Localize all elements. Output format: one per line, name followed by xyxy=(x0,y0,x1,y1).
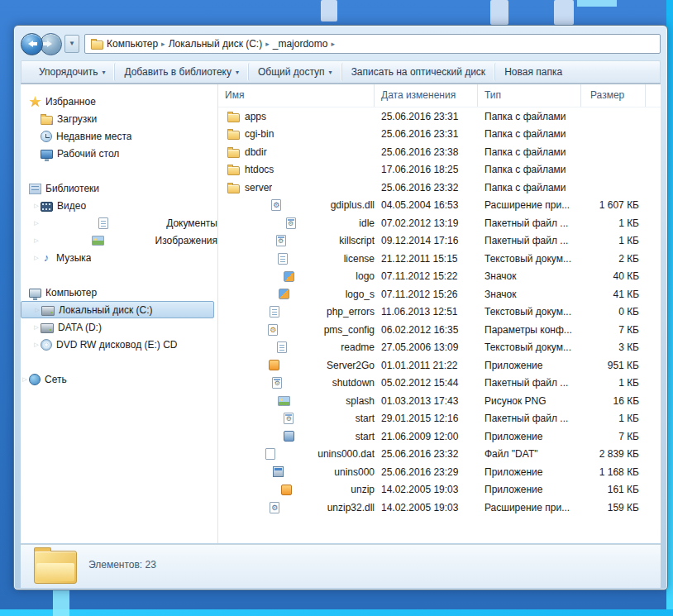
desktop-highlight xyxy=(577,0,617,7)
file-date: 25.06.2016 23:29 xyxy=(375,466,478,478)
folder-icon xyxy=(227,184,240,193)
expand-arrow-icon[interactable]: ▷ xyxy=(32,324,41,331)
expand-arrow-icon[interactable]: ▷ xyxy=(21,376,29,383)
forward-button[interactable] xyxy=(40,33,62,55)
toolbar-button[interactable]: Добавить в библиотеку▾ xyxy=(114,63,248,81)
file-row[interactable]: readme27.05.2006 13:09Текстовый докум...… xyxy=(218,339,661,357)
expand-arrow-icon[interactable]: ▷ xyxy=(32,341,41,348)
back-button[interactable] xyxy=(21,33,43,55)
file-row[interactable]: unins000.dat25.06.2016 23:32Файл "DAT"2 … xyxy=(218,446,661,464)
file-name-cell: splash xyxy=(218,394,375,408)
file-row[interactable]: logo07.11.2012 15:22Значок40 КБ xyxy=(218,268,661,286)
file-row[interactable]: logo_s07.11.2012 15:26Значок41 КБ xyxy=(218,285,661,303)
file-pane: ИмяДата измененияТипРазмер apps25.06.201… xyxy=(218,84,661,543)
file-date: 14.02.2005 19:03 xyxy=(375,502,478,513)
file-row[interactable]: dbdir25.06.2016 23:38Папка с файлами xyxy=(218,143,661,161)
file-name-cell: dbdir xyxy=(218,146,375,158)
file-type: Папка с файлами xyxy=(478,182,581,193)
recent-icon xyxy=(41,131,52,142)
expand-arrow-icon[interactable]: ▷ xyxy=(33,307,41,313)
file-date: 07.11.2012 15:22 xyxy=(375,270,478,282)
sidebar-item[interactable]: ▷Сеть xyxy=(21,370,217,388)
file-type: Папка с файлами xyxy=(478,111,581,122)
expand-arrow-icon[interactable]: ▷ xyxy=(32,220,41,227)
sidebar-item[interactable]: ▷DATA (D:) xyxy=(21,318,217,336)
breadcrumb-separator-icon[interactable]: ▸ xyxy=(158,40,169,48)
toolbar-button[interactable]: Записать на оптический диск xyxy=(341,63,495,81)
sidebar-item[interactable]: ▷Изображения xyxy=(21,232,217,249)
file-row[interactable]: cgi-bin25.06.2016 23:31Папка с файлами xyxy=(218,126,661,144)
breadcrumb-item[interactable]: Локальный диск (C:) xyxy=(169,38,263,50)
toolbar-button[interactable]: Общий доступ▾ xyxy=(248,63,341,81)
file-row[interactable]: killscript09.12.2014 17:16Пакетный файл … xyxy=(218,232,661,251)
expand-arrow-icon[interactable]: ▷ xyxy=(32,237,41,244)
file-row[interactable]: start21.06.2009 12:00Приложение7 КБ xyxy=(218,427,661,446)
sidebar-item[interactable]: Рабочий стол xyxy=(21,145,217,162)
bat-icon xyxy=(286,217,296,229)
breadcrumb-separator-icon[interactable]: ▸ xyxy=(262,40,273,48)
folder-icon xyxy=(227,131,240,140)
file-name: splash xyxy=(346,395,375,407)
toolbar-button[interactable]: Упорядочить▾ xyxy=(30,63,114,81)
png-icon xyxy=(278,396,290,406)
column-header[interactable]: Имя xyxy=(218,84,375,107)
toolbar-button[interactable]: Новая папка xyxy=(494,63,571,81)
file-name: apps xyxy=(245,111,266,122)
file-date: 07.02.2012 13:19 xyxy=(375,217,478,229)
column-header[interactable]: Дата изменения xyxy=(375,84,478,107)
file-type: Рисунок PNG xyxy=(478,395,581,407)
file-row[interactable]: unins00025.06.2016 23:29Приложение1 168 … xyxy=(218,463,661,481)
file-date: 29.01.2015 12:16 xyxy=(375,413,478,424)
breadcrumb-item[interactable]: Компьютер xyxy=(107,38,158,50)
file-date: 25.06.2016 23:38 xyxy=(375,146,478,158)
sidebar-item[interactable]: ▷Музыка xyxy=(21,249,217,266)
sidebar-item-label: Библиотеки xyxy=(45,183,99,194)
file-row[interactable]: splash01.03.2013 17:43Рисунок PNG16 КБ xyxy=(218,392,661,410)
expand-arrow-icon[interactable]: ▷ xyxy=(32,203,41,209)
file-type: Пакетный файл ... xyxy=(478,235,581,246)
column-header[interactable]: Тип xyxy=(478,84,581,107)
sidebar-item[interactable]: Недавние места xyxy=(21,127,217,145)
txt-icon xyxy=(278,253,288,265)
expand-arrow-icon[interactable]: ▷ xyxy=(32,255,41,261)
file-row[interactable]: unzip32.dll14.02.2005 19:03Расширение пр… xyxy=(218,499,661,517)
sidebar-item[interactable]: ▷Локальный диск (C:) xyxy=(21,301,214,318)
sidebar-item[interactable]: Загрузки xyxy=(21,110,217,127)
sidebar-item-label: Изображения xyxy=(155,235,217,246)
sidebar-item[interactable]: ▷Документы xyxy=(21,214,217,232)
file-name-cell: license xyxy=(218,253,375,265)
sidebar-item[interactable]: Избранное xyxy=(21,93,217,110)
file-row[interactable]: pms_config06.02.2012 16:35Параметры конф… xyxy=(218,321,661,339)
file-name: unzip32.dll xyxy=(327,502,375,513)
column-header[interactable]: Размер xyxy=(581,84,646,107)
file-row[interactable]: php_errors11.06.2013 12:51Текстовый доку… xyxy=(218,303,661,322)
address-bar[interactable]: Компьютер▸Локальный диск (C:)▸_majordomo… xyxy=(84,34,661,54)
sidebar-item[interactable]: ▷DVD RW дисковод (E:) CD xyxy=(21,336,217,353)
file-name: start xyxy=(356,413,375,424)
dvd-icon xyxy=(41,339,52,351)
folder-icon xyxy=(227,166,240,175)
file-row[interactable]: start29.01.2015 12:16Пакетный файл ...1 … xyxy=(218,410,661,428)
file-date: 17.06.2016 18:25 xyxy=(375,164,478,175)
file-row[interactable]: Server2Go01.01.2011 21:22Приложение951 К… xyxy=(218,356,661,375)
file-row[interactable]: unzip14.02.2005 19:03Приложение161 КБ xyxy=(218,481,661,499)
file-row[interactable]: license21.12.2011 15:15Текстовый докум..… xyxy=(218,250,661,268)
sidebar-item[interactable]: Компьютер xyxy=(21,284,217,301)
network-icon xyxy=(29,374,41,385)
file-row[interactable]: apps25.06.2016 23:31Папка с файлами xyxy=(218,107,661,126)
file-row[interactable]: idle07.02.2012 13:19Пакетный файл ...1 К… xyxy=(218,214,661,232)
file-date: 06.02.2012 16:35 xyxy=(375,324,478,336)
breadcrumb-item[interactable]: _majordomo xyxy=(273,38,328,50)
file-name-cell: start xyxy=(218,413,375,424)
file-row[interactable]: server25.06.2016 23:32Папка с файлами xyxy=(218,179,661,197)
dll-icon xyxy=(271,199,281,211)
recent-pages-dropdown[interactable]: ▼ xyxy=(64,35,79,53)
breadcrumb-separator-icon[interactable]: ▸ xyxy=(327,40,338,48)
sidebar-item[interactable]: Библиотеки xyxy=(21,179,217,197)
file-name: unzip xyxy=(351,484,375,495)
sidebar-item[interactable]: ▷Видео xyxy=(21,197,217,214)
dll-icon xyxy=(270,502,279,513)
file-row[interactable]: shutdown05.02.2012 15:44Пакетный файл ..… xyxy=(218,375,661,393)
file-row[interactable]: htdocs17.06.2016 18:25Папка с файлами xyxy=(218,161,661,179)
file-row[interactable]: gdiplus.dll04.05.2004 16:53Расширение пр… xyxy=(218,197,661,215)
